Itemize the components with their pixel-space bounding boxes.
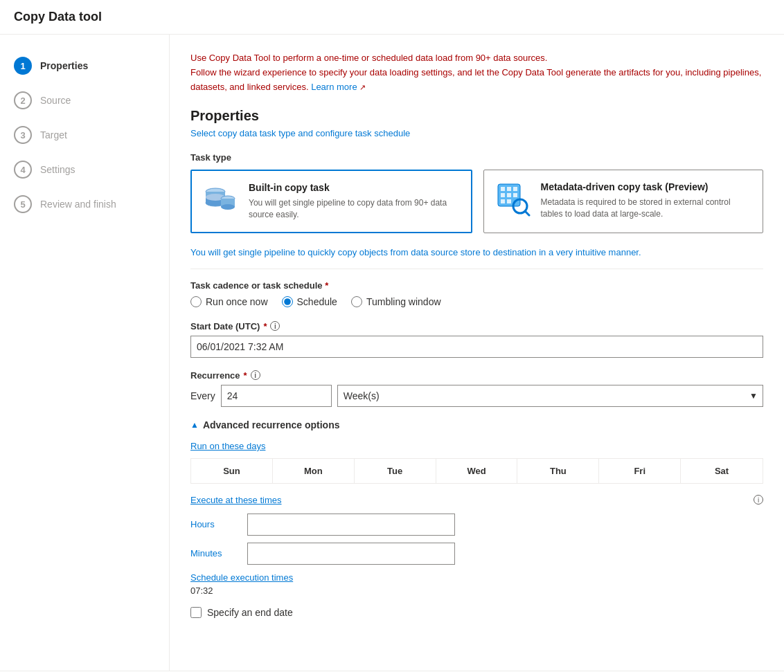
sidebar-label-review: Review and finish [40,199,116,210]
recurrence-info-icon[interactable]: i [251,370,260,380]
task-type-label: Task type [190,152,763,163]
info-line2-text: Follow the wizard experience to specify … [190,67,761,92]
schedule-execution-link[interactable]: Schedule execution times [190,572,293,583]
collapse-icon: ▲ [190,420,199,430]
hours-input[interactable] [247,514,455,536]
pipeline-desc: You will get single pipeline to quickly … [190,247,763,257]
metadata-card-text: Metadata-driven copy task (Preview) Meta… [541,181,752,220]
recurrence-row: Every Minute(s) Hour(s) Day(s) Week(s) M… [190,385,763,407]
builtin-icon [203,182,239,218]
info-banner: Use Copy Data Tool to perform a one-time… [190,51,763,94]
sidebar-item-review[interactable]: 5 Review and finish [0,187,169,221]
svg-rect-12 [501,193,505,197]
day-tue[interactable]: Tue [355,459,436,483]
app-title: Copy Data tool [0,0,784,35]
task-card-metadata[interactable]: Metadata-driven copy task (Preview) Meta… [483,170,764,233]
svg-rect-13 [507,193,511,197]
sidebar-label-source: Source [40,95,71,106]
step-circle-3: 3 [14,126,32,144]
recurrence-unit-select[interactable]: Minute(s) Hour(s) Day(s) Week(s) Month(s… [337,385,763,407]
recurrence-select-wrapper: Minute(s) Hour(s) Day(s) Week(s) Month(s… [337,385,763,407]
section-subtitle: Select copy data task type and configure… [190,128,763,138]
hours-row: Hours [190,514,763,536]
radio-schedule-label: Schedule [297,296,337,307]
task-card-builtin[interactable]: Built-in copy task You will get single p… [190,170,472,233]
radio-tumbling-input[interactable] [351,296,362,307]
svg-rect-14 [513,193,517,197]
sidebar: 1 Properties 2 Source 3 Target 4 Setting… [0,35,170,671]
svg-rect-10 [507,187,511,191]
step-circle-1: 1 [14,57,32,75]
specify-end-date-checkbox[interactable] [190,607,202,618]
divider [190,269,763,269]
sidebar-item-properties[interactable]: 1 Properties [0,48,169,83]
info-line2: Follow the wizard experience to specify … [190,66,763,95]
recurrence-label: Recurrence * i [190,370,763,381]
step-circle-2: 2 [14,91,32,109]
builtin-card-desc: You will get single pipeline to copy dat… [249,197,460,221]
day-fri[interactable]: Fri [599,459,681,483]
sidebar-label-settings: Settings [40,164,75,175]
advanced-recurrence-section: ▲ Advanced recurrence options Run on the… [190,419,763,618]
radio-run-once-label: Run once now [206,296,268,307]
radio-schedule[interactable]: Schedule [282,296,337,307]
step-circle-4: 4 [14,161,32,179]
sidebar-item-target[interactable]: 3 Target [0,118,169,152]
run-on-days-link[interactable]: Run on these days [190,441,265,451]
day-thu[interactable]: Thu [517,459,599,483]
advanced-title: Advanced recurrence options [203,419,340,430]
svg-rect-15 [501,199,505,203]
minutes-label: Minutes [190,548,239,559]
required-star: * [325,280,328,291]
day-sun[interactable]: Sun [191,459,273,483]
every-label: Every [190,390,215,401]
radio-schedule-input[interactable] [282,296,293,307]
svg-line-18 [525,211,529,215]
hours-label: Hours [190,519,239,529]
recurrence-required: * [244,370,247,381]
svg-point-7 [221,204,235,210]
external-link-icon: ↗ [359,83,366,91]
specify-end-date-row: Specify an end date [190,607,763,618]
schedule-time-value: 07:32 [190,585,763,596]
advanced-header[interactable]: ▲ Advanced recurrence options [190,419,763,430]
schedule-execution-times: Schedule execution times 07:32 [190,572,763,596]
radio-tumbling-window[interactable]: Tumbling window [351,296,441,307]
task-cadence-label: Task cadence or task schedule * [190,280,763,291]
start-date-info-icon[interactable]: i [270,321,280,331]
radio-group-cadence: Run once now Schedule Tumbling window [190,296,763,307]
svg-rect-16 [507,199,511,203]
recurrence-group: Recurrence * i Every Minute(s) Hour(s) D… [190,370,763,407]
builtin-card-text: Built-in copy task You will get single p… [249,182,460,221]
days-grid: Sun Mon Tue Wed Thu Fri Sat [190,458,763,484]
day-wed[interactable]: Wed [436,459,518,483]
radio-run-once-input[interactable] [190,296,202,307]
minutes-input[interactable] [247,543,455,565]
sidebar-item-settings[interactable]: 4 Settings [0,152,169,187]
start-date-group: Start Date (UTC) * i [190,321,763,358]
content-area: Use Copy Data Tool to perform a one-time… [170,35,784,671]
execute-info-icon[interactable]: i [754,495,763,505]
learn-more-link[interactable]: Learn more [311,82,357,92]
metadata-icon [495,181,531,217]
day-sat[interactable]: Sat [681,459,763,483]
start-date-input[interactable] [190,336,763,358]
sidebar-item-source[interactable]: 2 Source [0,83,169,118]
sidebar-label-target: Target [40,129,67,140]
start-date-required: * [263,321,267,332]
minutes-row: Minutes [190,543,763,565]
task-type-cards: Built-in copy task You will get single p… [190,170,763,233]
execute-at-times-link[interactable]: Execute at these times [190,495,282,505]
sidebar-label-properties: Properties [40,60,88,71]
metadata-card-desc: Metadata is required to be stored in ext… [541,197,752,220]
step-circle-5: 5 [14,195,32,213]
day-mon[interactable]: Mon [273,459,355,483]
radio-tumbling-label: Tumbling window [366,296,441,307]
radio-run-once[interactable]: Run once now [190,296,268,307]
info-line1: Use Copy Data Tool to perform a one-time… [190,51,763,66]
svg-rect-11 [513,187,517,191]
recurrence-number-input[interactable] [221,385,332,407]
specify-end-date-label: Specify an end date [207,607,293,618]
section-title: Properties [190,108,763,124]
builtin-card-title: Built-in copy task [249,182,460,193]
